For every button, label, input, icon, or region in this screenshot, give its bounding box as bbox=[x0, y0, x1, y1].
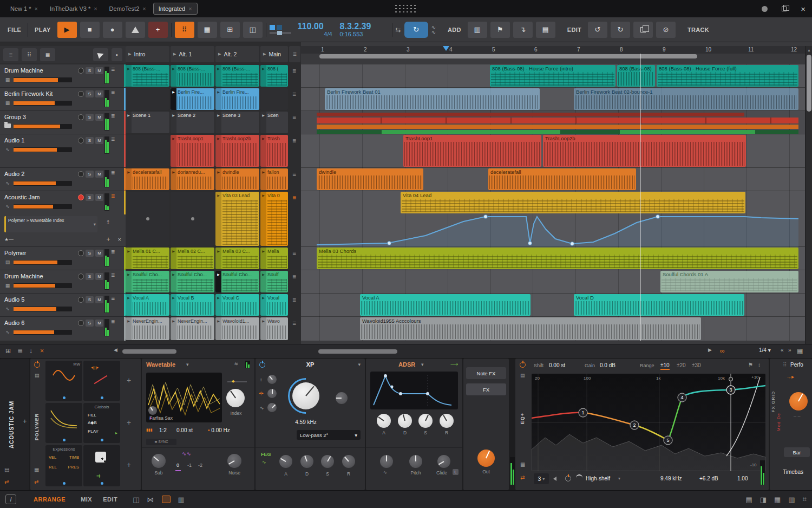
mod-matrix-cell[interactable]: ◂|||▸ bbox=[83, 361, 120, 401]
track-menu-icon[interactable]: ≣ bbox=[111, 319, 115, 341]
arranger-clip[interactable]: deceleratefall bbox=[488, 168, 636, 190]
grid-toggle-icon[interactable]: ▦ bbox=[797, 347, 803, 355]
feg-attack-knob[interactable] bbox=[279, 455, 292, 468]
collapse-icon[interactable]: ↓ bbox=[29, 347, 32, 355]
undo-button[interactable]: ↺ bbox=[588, 22, 607, 38]
arranger-clip[interactable]: Soulful Chords 01 A bbox=[660, 271, 798, 292]
loop-toggle[interactable]: ↻ bbox=[404, 22, 428, 38]
eq-range-20[interactable]: ±20 bbox=[677, 362, 686, 368]
drive-knob[interactable] bbox=[267, 375, 277, 384]
band-freq-value[interactable]: 9.49 kHz bbox=[660, 476, 682, 481]
track-menu-button[interactable]: TRACK bbox=[684, 27, 712, 33]
note-editor-toggle[interactable]: ▦ bbox=[198, 22, 217, 38]
close-tab-icon[interactable]: × bbox=[188, 5, 192, 12]
grid-resolution[interactable]: 1/4 ▾ bbox=[759, 347, 771, 353]
clip-cell[interactable]: ▶808 (Bass-... bbox=[126, 65, 169, 87]
scene-header-alt1[interactable]: ▶Alt. 1 bbox=[171, 46, 214, 62]
track-header-audio-1[interactable]: Audio 1SM ∿ ≣ bbox=[0, 134, 126, 168]
insert-bars-button[interactable]: ▥ bbox=[468, 22, 487, 38]
play-menu-button[interactable]: PLAY bbox=[31, 27, 54, 33]
edit-view-button[interactable]: EDIT bbox=[103, 496, 117, 503]
arranger-clip[interactable]: Berlin Firework Beat 02-bounce-1 bbox=[574, 88, 798, 110]
wavetable-preset-name[interactable]: Farfisa Sax bbox=[149, 415, 173, 421]
close-window-icon[interactable]: × bbox=[801, 4, 806, 14]
launcher-row-menu-icon[interactable]: ≣ bbox=[292, 297, 297, 303]
track-header-group-3[interactable]: Group 3SM ≣ bbox=[0, 111, 126, 134]
dual-display-icon[interactable]: ◫ bbox=[133, 496, 139, 504]
arm-button[interactable] bbox=[78, 114, 84, 120]
clip-cell[interactable]: ▶Mella 03 C... bbox=[215, 248, 259, 269]
clip-cell[interactable]: ▶Vita 0 bbox=[260, 192, 288, 246]
ratio-value[interactable]: 1:2 bbox=[159, 427, 167, 433]
pitch-knob[interactable] bbox=[409, 455, 422, 468]
osc-type-label[interactable]: Wavetable bbox=[146, 361, 175, 368]
launcher-row-menu-icon[interactable]: ≣ bbox=[292, 274, 297, 279]
empty-clip-slot[interactable] bbox=[126, 135, 169, 167]
random-cell[interactable]: ⇉ bbox=[83, 445, 120, 486]
track-menu-icon[interactable]: ≣ bbox=[111, 272, 115, 293]
automation-curve[interactable] bbox=[301, 191, 805, 247]
adsr-section[interactable]: ADSR ▾ ⟶ A D S R ∿ Pitch bbox=[366, 359, 462, 490]
modulator-icon[interactable]: ★— bbox=[4, 237, 14, 242]
add-modulator-button[interactable]: + bbox=[127, 418, 131, 427]
mod-output-dot[interactable] bbox=[101, 439, 103, 441]
close-tab-icon[interactable]: × bbox=[35, 5, 38, 12]
device-panel-icon[interactable]: ▤ bbox=[520, 373, 525, 378]
metronome-level[interactable] bbox=[270, 25, 294, 34]
tab-label[interactable]: New 1 * bbox=[10, 5, 31, 12]
pointer-tool-icon[interactable] bbox=[93, 48, 108, 61]
mute-button[interactable]: M bbox=[95, 90, 103, 97]
tab-project-4-active[interactable]: Integrated× bbox=[153, 3, 198, 15]
solo-button[interactable]: S bbox=[86, 67, 94, 74]
arranger-clip[interactable]: 808 (Bass-08) bbox=[617, 65, 655, 87]
scrollbar-thumb[interactable] bbox=[807, 55, 811, 112]
solo-button[interactable]: S bbox=[86, 194, 94, 201]
automation-point[interactable] bbox=[656, 215, 660, 219]
stop-button[interactable]: ■ bbox=[80, 22, 100, 38]
sync-band[interactable]: ≣ SYNC bbox=[146, 439, 176, 445]
detune-value[interactable]: 0.00 st bbox=[176, 427, 193, 433]
clip-cell[interactable]: ▶Soulful Cho... bbox=[126, 271, 169, 292]
clip-cell[interactable]: ▶Wavo bbox=[260, 317, 288, 340]
select-column-icon[interactable]: ▪ bbox=[112, 48, 122, 61]
arm-button[interactable] bbox=[78, 320, 84, 326]
octave-minus2[interactable]: -2 bbox=[198, 463, 202, 468]
band-q-value[interactable]: 1.00 bbox=[737, 476, 748, 481]
device-power-icon[interactable] bbox=[520, 362, 526, 368]
play-mode-label[interactable]: PLAY bbox=[88, 429, 99, 434]
clip-cell[interactable]: ▶Mella 02 C... bbox=[171, 248, 214, 269]
playhead-position[interactable]: 8.3.2.39 bbox=[340, 22, 389, 31]
track-menu-icon[interactable]: ≣ bbox=[111, 249, 115, 270]
empty-clip-slot[interactable] bbox=[126, 192, 169, 246]
grid-view-icon[interactable]: ⠿ bbox=[22, 48, 37, 61]
clip-cell[interactable]: ▶Berlin Fire... bbox=[215, 88, 259, 110]
volume-slider[interactable] bbox=[14, 101, 72, 106]
bar-button[interactable]: Bar bbox=[784, 447, 810, 457]
clip-cell[interactable]: ▶Vocal A bbox=[126, 294, 169, 316]
tab-label[interactable]: DemoTest2 bbox=[109, 5, 140, 12]
keyboard-panel-icon[interactable]: ⌗ bbox=[803, 495, 807, 504]
chevron-down-icon[interactable]: ▾ bbox=[421, 362, 424, 367]
chevron-down-icon[interactable]: ▾ bbox=[186, 362, 189, 367]
octave-minus1[interactable]: -1 bbox=[187, 463, 192, 468]
group-clip-cell[interactable]: ▶Scene 3 bbox=[215, 112, 259, 133]
scene-name[interactable]: Intro bbox=[134, 51, 145, 57]
clip-cell[interactable]: ▶Mella bbox=[260, 248, 288, 269]
dual-panel-toggle[interactable]: ◫ bbox=[243, 22, 263, 38]
attack-knob[interactable] bbox=[377, 414, 391, 428]
mixer-columns-icon[interactable]: ▥ bbox=[178, 496, 185, 504]
track-header-drum-machine[interactable]: Drum MachineSM ▦ ≣ bbox=[0, 64, 126, 88]
device-chip[interactable]: Polymer » Wavetable Index▾ bbox=[4, 216, 97, 232]
feg-sustain-knob[interactable] bbox=[321, 455, 334, 468]
snap-right-icon[interactable]: » bbox=[788, 347, 791, 353]
launcher-row-menu-icon[interactable]: ≣ bbox=[292, 195, 297, 200]
redo-button[interactable]: ↻ bbox=[611, 22, 630, 38]
arm-button[interactable] bbox=[78, 297, 84, 303]
clip-cell[interactable]: ▶Soulful Cho... bbox=[171, 271, 214, 292]
tempo-value[interactable]: 110.00 bbox=[298, 22, 332, 31]
arranger-clip[interactable]: Mella 03 Chords bbox=[317, 248, 798, 269]
launcher-row-menu-icon[interactable]: ≣ bbox=[292, 138, 297, 144]
time-signature[interactable]: 4/4 bbox=[298, 31, 332, 37]
close-tab-icon[interactable]: × bbox=[142, 5, 146, 12]
add-device-button[interactable]: + bbox=[23, 417, 27, 425]
